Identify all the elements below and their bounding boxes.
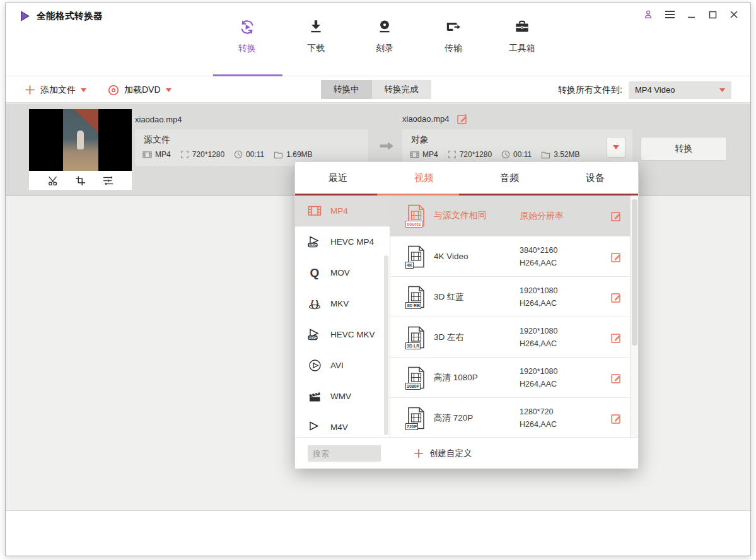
output-format-value: MP4 Video (635, 85, 719, 95)
wmv-clapperboard-icon (307, 390, 322, 403)
format-label: HEVC MP4 (330, 237, 374, 247)
edit-preset-icon[interactable] (610, 291, 622, 305)
menu-icon[interactable] (662, 8, 677, 21)
tab-converting[interactable]: 转换中 (321, 80, 372, 99)
app-window: 全能格式转换器 (0, 0, 756, 560)
video-thumbnail[interactable] (29, 109, 132, 171)
preset-codec: H264,AAC (520, 339, 557, 348)
header: 全能格式转换器 (6, 3, 750, 76)
crop-icon[interactable] (75, 175, 86, 186)
format-picker-popup: 最近 视频 音频 设备 MP4 HEVC HEVC MP4 (294, 161, 639, 469)
preset-list-scrollbar[interactable] (630, 195, 638, 437)
nav-active-underline (213, 74, 282, 76)
preset-resolution: 1280*720 (520, 407, 554, 416)
plus-icon (414, 448, 424, 458)
create-custom-button[interactable]: 创建自定义 (414, 445, 472, 462)
popup-tab-video[interactable]: 视频 (381, 162, 467, 194)
edit-preset-icon[interactable] (610, 210, 622, 224)
matroska-braces-icon: { } (307, 297, 322, 311)
user-account-icon[interactable] (641, 8, 656, 21)
format-item-hevc-mp4[interactable]: HEVC HEVC MP4 (295, 226, 390, 257)
preset-name: 与源文件相同 (434, 210, 520, 221)
load-dvd-button[interactable]: 加载DVD (108, 85, 172, 96)
preset-row-4k[interactable]: 4K 4K Video 3840*2160H264,AAC (390, 236, 631, 276)
edit-preset-icon[interactable] (610, 372, 622, 386)
format-list-scrollbar[interactable] (384, 255, 388, 435)
preset-badge: 3D LR (405, 342, 421, 349)
popup-tab-recent[interactable]: 最近 (295, 162, 381, 194)
preset-list: source 与源文件相同 原始分辨率 4K 4K Video 3840*216… (390, 195, 631, 437)
target-format: MP4 (422, 150, 438, 159)
format-list: MP4 HEVC HEVC MP4 Q MOV { } MKV (295, 195, 390, 437)
add-file-button[interactable]: 添加文件 (25, 85, 86, 96)
preset-name: 3D 红蓝 (434, 291, 520, 303)
app-title: 全能格式转换器 (37, 10, 103, 22)
format-item-avi[interactable]: AVI (295, 350, 390, 381)
download-icon (307, 18, 325, 38)
edit-preset-icon[interactable] (610, 332, 622, 346)
hevc-play-icon: HEVC (307, 235, 322, 249)
effects-adjust-icon[interactable] (102, 175, 114, 186)
create-custom-label: 创建自定义 (429, 448, 472, 459)
output-format-select[interactable]: MP4 Video (629, 81, 731, 99)
preset-file-icon: 720P (407, 407, 425, 429)
svg-text:HEVC: HEVC (309, 243, 317, 247)
target-resolution: 720*1280 (460, 150, 492, 159)
edit-preset-icon[interactable] (610, 412, 622, 426)
nav-label-transfer: 传输 (445, 43, 462, 54)
format-item-mov[interactable]: Q MOV (295, 257, 390, 288)
mp4-film-icon (307, 204, 322, 217)
hevc-play-icon: HEVC (307, 328, 322, 342)
convert-button[interactable]: 转换 (641, 137, 727, 161)
nav-tab-download[interactable]: 下载 (284, 18, 347, 54)
close-button[interactable] (726, 8, 741, 21)
preset-resolution: 原始分辨率 (520, 209, 564, 222)
format-item-mkv[interactable]: { } MKV (295, 288, 390, 319)
trim-scissors-icon[interactable] (47, 175, 59, 186)
format-item-hevc-mkv[interactable]: HEVC HEVC MKV (295, 319, 390, 350)
size-folder-icon (274, 151, 283, 159)
edit-preset-icon[interactable] (610, 251, 622, 265)
popup-tab-audio[interactable]: 音频 (467, 162, 552, 194)
preset-codec: H264,AAC (520, 299, 557, 308)
nav-tab-toolbox[interactable]: 工具箱 (491, 18, 554, 54)
size-folder-icon (541, 151, 550, 159)
preset-row-3d-leftright[interactable]: 3D LR 3D 左右 1920*1080H264,AAC (390, 317, 631, 357)
add-file-label: 添加文件 (40, 85, 76, 96)
source-panel-title: 源文件 (144, 134, 170, 146)
format-label: MP4 (330, 206, 348, 216)
preset-row-3d-redblue[interactable]: 3D RB 3D 红蓝 1920*1080H264,AAC (390, 276, 631, 317)
tab-finished[interactable]: 转换完成 (372, 80, 431, 99)
preset-file-icon: 4K (407, 245, 425, 268)
scrollbar-thumb[interactable] (632, 199, 637, 346)
maximize-button[interactable] (705, 8, 720, 21)
preset-row-hd-720p[interactable]: 720P 高清 720P 1280*720H264,AAC (390, 397, 631, 437)
format-item-m4v[interactable]: M4V (295, 412, 390, 437)
target-format-dropdown-button[interactable] (607, 137, 625, 158)
caret-down-icon (613, 145, 619, 149)
preset-codec: H264,AAC (520, 259, 557, 267)
preset-file-icon: 3D LR (407, 326, 425, 349)
nav-tab-transfer[interactable]: 传输 (422, 18, 485, 54)
format-item-mp4[interactable]: MP4 (295, 195, 390, 226)
preset-badge: 1080P (405, 383, 421, 390)
rename-edit-icon[interactable] (457, 113, 468, 124)
popup-tab-device[interactable]: 设备 (552, 162, 638, 194)
search-input[interactable] (308, 445, 381, 462)
avi-play-circle-icon (307, 359, 322, 372)
m4v-play-icon (307, 421, 322, 435)
preset-badge: 720P (405, 423, 418, 430)
source-info-panel: 源文件 MP4 720*1280 00:11 1.69MB (135, 129, 368, 166)
select-caret-icon (719, 88, 725, 92)
target-info-panel: 对象 MP4 720*1280 00:11 3.52MB (402, 129, 632, 166)
preset-badge: source (405, 221, 422, 228)
preset-row-same-as-source[interactable]: source 与源文件相同 原始分辨率 (390, 195, 631, 236)
nav-tab-convert[interactable]: 转换 (216, 18, 279, 54)
minimize-button[interactable] (683, 8, 699, 21)
format-item-wmv[interactable]: WMV (295, 381, 390, 412)
load-dvd-caret-icon[interactable] (166, 88, 172, 92)
nav-tab-burn[interactable]: 刻录 (353, 18, 416, 54)
resolution-icon (180, 150, 189, 159)
add-file-caret-icon[interactable] (81, 88, 86, 92)
preset-row-hd-1080p[interactable]: 1080P 高清 1080P 1920*1080H264,AAC (390, 357, 631, 397)
